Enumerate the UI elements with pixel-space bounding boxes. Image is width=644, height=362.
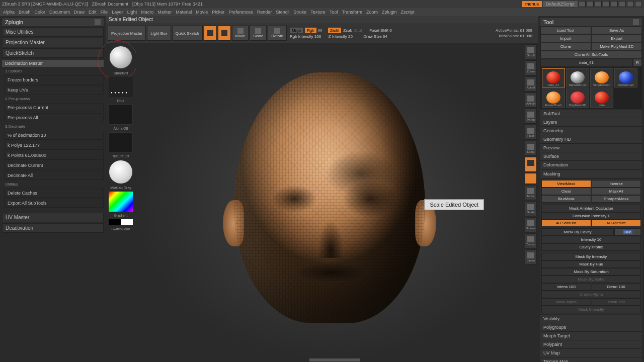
- menu-document[interactable]: Document: [49, 10, 70, 15]
- nav-local-button[interactable]: Local: [525, 141, 537, 156]
- section-subtool[interactable]: SubTool: [540, 110, 642, 118]
- model-head[interactable]: [224, 67, 435, 338]
- save-as-button[interactable]: Save As: [592, 27, 642, 34]
- minimize-button[interactable]: [619, 1, 626, 7]
- section-morph-target[interactable]: Morph Target: [540, 332, 642, 340]
- load-tool-button[interactable]: Load Tool: [540, 27, 591, 34]
- ao-aperture[interactable]: AO Aperture: [592, 220, 641, 226]
- tool-thumb-spherebrush[interactable]: SphereBrush: [566, 68, 589, 87]
- section-geometry-hd[interactable]: Geometry HD: [540, 135, 642, 144]
- move-mode-button[interactable]: Move: [232, 26, 249, 41]
- window-button[interactable]: [587, 1, 594, 7]
- menu-draw[interactable]: Draw: [74, 10, 85, 15]
- section-preview[interactable]: Preview: [540, 144, 642, 152]
- menu-zplugin[interactable]: Zplugin: [382, 10, 397, 15]
- menu-edit[interactable]: Edit: [89, 10, 97, 15]
- menu-layer[interactable]: Layer: [112, 10, 123, 15]
- menu-material[interactable]: Material: [176, 10, 192, 15]
- preprocess-all[interactable]: Pre-process All: [4, 113, 104, 122]
- zsub-button[interactable]: Zsub: [343, 28, 352, 33]
- export-all-subtools[interactable]: Export All SubTools: [4, 199, 104, 208]
- rotate-mode-button[interactable]: Rotate: [268, 26, 287, 41]
- section-uv-map[interactable]: UV Map: [540, 349, 642, 357]
- tool-thumb-eraserbrush[interactable]: EraserBrush: [542, 88, 565, 108]
- menu-movie[interactable]: Movie: [196, 10, 208, 15]
- window-button[interactable]: [595, 1, 602, 7]
- color-picker[interactable]: [109, 192, 133, 212]
- texture-swatch[interactable]: [109, 132, 133, 152]
- tool-thumb-simplebrush[interactable]: SimpleBrush: [590, 68, 613, 87]
- close-button[interactable]: [635, 1, 642, 7]
- nav-lasso-button[interactable]: Lasso: [525, 249, 537, 264]
- quicksketch[interactable]: QuickSketch: [2, 48, 104, 58]
- decimation-master-header[interactable]: Decimation Master: [2, 60, 104, 67]
- mask-by-cavity[interactable]: Mask By Cavity: [541, 228, 614, 236]
- window-button[interactable]: [579, 1, 586, 7]
- masking-header[interactable]: Masking: [540, 170, 642, 178]
- menu-color[interactable]: Color: [35, 10, 46, 15]
- tool-thumb-data[interactable]: data: [590, 88, 613, 108]
- section-polypaint[interactable]: Polypaint: [540, 340, 642, 349]
- uv-master[interactable]: UV Master: [2, 213, 104, 222]
- nav-floor-button[interactable]: Floor: [525, 125, 537, 140]
- tool-thumb-polymesh3d[interactable]: PolyMesh3D: [566, 88, 589, 108]
- k-polys[interactable]: k Polys 122.177: [4, 141, 104, 150]
- mask-by-intensity[interactable]: Mask By Intensity: [541, 253, 641, 260]
- blur-tag[interactable]: Blur: [623, 230, 632, 234]
- tool-panel-header[interactable]: Tool: [540, 18, 642, 26]
- tool-thumb-data_41[interactable]: data_41: [542, 68, 565, 87]
- projection-master-button[interactable]: Projection Master: [108, 26, 146, 41]
- r-button[interactable]: R: [633, 59, 642, 66]
- draw-size-slider[interactable]: Draw Size 64: [363, 34, 387, 39]
- window-button[interactable]: [611, 1, 618, 7]
- inverse-button[interactable]: Inverse: [592, 180, 641, 188]
- menu-tool[interactable]: Tool: [330, 10, 338, 15]
- nav-actual-button[interactable]: Actual: [525, 76, 537, 92]
- menu-stencil[interactable]: Stencil: [276, 10, 289, 15]
- z-intensity-slider[interactable]: Z Intensity 25: [329, 34, 353, 39]
- menu-picker[interactable]: Picker: [212, 10, 224, 15]
- decimate-all[interactable]: Decimate All: [4, 171, 104, 180]
- nav-transp-button[interactable]: Transp: [525, 233, 537, 248]
- mrgb-button[interactable]: Mrgb: [290, 28, 303, 33]
- nav-rotate-button[interactable]: Rotate: [525, 217, 537, 232]
- maximize-button[interactable]: [627, 1, 634, 7]
- m-button[interactable]: M: [318, 28, 322, 33]
- menu-marker[interactable]: Marker: [157, 10, 172, 15]
- gradient-label[interactable]: Gradient: [114, 214, 128, 217]
- viewport[interactable]: Scale Edited Object: [136, 43, 523, 362]
- nav-aahalf-button[interactable]: AAHalf: [525, 93, 537, 108]
- menu-light[interactable]: Light: [127, 10, 137, 15]
- freeze-borders[interactable]: Freeze borders: [4, 75, 104, 84]
- cavity-profile[interactable]: Cavity Profile: [541, 243, 641, 251]
- menu-brush[interactable]: Brush: [19, 10, 31, 15]
- zadd-button[interactable]: Zadd: [328, 28, 341, 33]
- stroke-swatch[interactable]: [109, 77, 133, 97]
- menu-zscript[interactable]: Zscript: [401, 10, 415, 15]
- material-swatch[interactable]: [109, 160, 133, 184]
- section-polygroups[interactable]: Polygroups: [540, 323, 642, 332]
- decimation-percent[interactable]: % of decimation 10: [4, 131, 104, 140]
- zplugin-header[interactable]: Zplugin: [2, 18, 104, 26]
- blurmask-button[interactable]: BlurMask: [541, 195, 591, 203]
- export-button[interactable]: Export: [592, 35, 642, 42]
- menu-stroke[interactable]: Stroke: [293, 10, 306, 15]
- nav-scale-button[interactable]: Scale: [525, 201, 537, 216]
- ao-scandist[interactable]: AO ScanDist: [541, 220, 591, 226]
- section-geometry[interactable]: Geometry: [540, 127, 642, 135]
- k-points[interactable]: k Points 61.088600: [4, 151, 104, 160]
- window-button[interactable]: [603, 1, 610, 7]
- section-texture-map[interactable]: Texture Map: [540, 357, 642, 362]
- occlusion-intensity[interactable]: Occlusion Intensity 1: [541, 212, 641, 220]
- nav-move-button[interactable]: Move: [525, 185, 537, 200]
- nav-solo-button[interactable]: [525, 173, 537, 184]
- nav-scroll-button[interactable]: Scroll: [525, 44, 537, 59]
- clear-button[interactable]: Clear: [541, 188, 591, 195]
- draw-button[interactable]: [218, 26, 231, 41]
- focal-shift-slider[interactable]: Focal Shift 0: [369, 28, 391, 33]
- preprocess-current[interactable]: Pre-process Current: [4, 103, 104, 112]
- clone-button[interactable]: Clone: [540, 43, 591, 50]
- arrow-icon[interactable]: [633, 19, 639, 25]
- mask-by-hue[interactable]: Mask By Hue: [541, 260, 641, 268]
- menu-transform[interactable]: Transform: [342, 10, 362, 15]
